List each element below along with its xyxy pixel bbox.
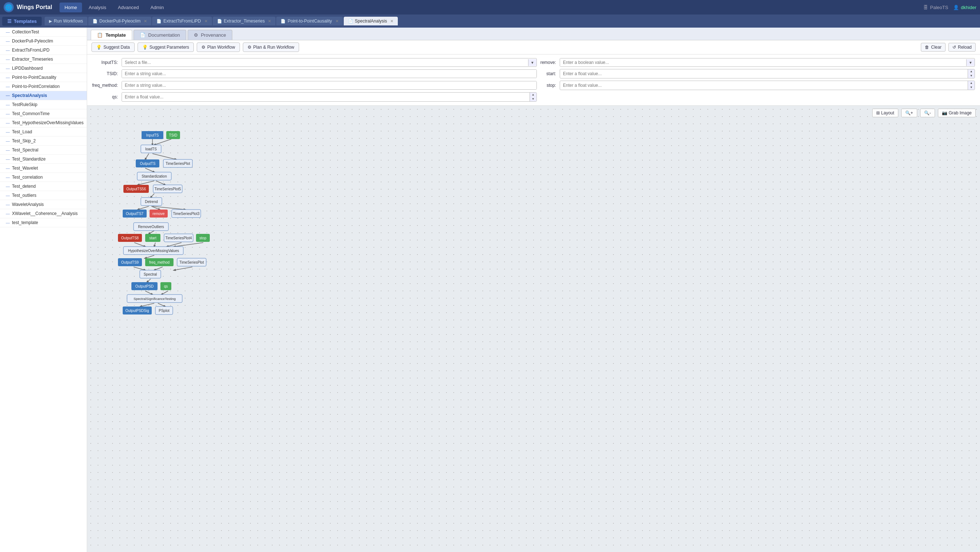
tab-dockerpull[interactable]: 📄 DockerPull-Pyleoclim ✕: [88, 17, 151, 26]
input-inputts[interactable]: ▼: [122, 58, 537, 67]
sidebar-item-testhypothesizeovermissing[interactable]: — Test_HypothesizeOverMissingValues: [0, 118, 87, 128]
sidebar-item-collectiontest[interactable]: — CollectionTest: [0, 27, 87, 37]
sidebar-item-xwavelet[interactable]: — XWavelet__Coherence__Analysis: [0, 209, 87, 218]
remove-field[interactable]: [560, 59, 966, 67]
start-down[interactable]: ▼: [968, 74, 975, 78]
nav-admin[interactable]: Admin: [146, 3, 169, 12]
node-removeoutliers-label: RemoveOutliers: [138, 225, 164, 229]
start-field[interactable]: [560, 70, 968, 78]
plan-workflow-button[interactable]: ⚙ Plan Workflow: [197, 43, 240, 52]
sidebar-item-testwavelet[interactable]: — Test_Wavelet: [0, 164, 87, 173]
sidebar-label-16: Test_correlation: [12, 175, 43, 180]
layout-button[interactable]: ⊞ Layout: [872, 108, 898, 117]
node-spectral-significance-label: SpectralSignificanceTesting: [134, 297, 176, 301]
plan-run-button[interactable]: ⚙ Plan & Run Workflow: [243, 43, 299, 52]
canvas-toolbar: ⊞ Layout 🔍+ 🔍- 📷 Grab Image: [872, 108, 976, 117]
start-spinner[interactable]: ▲ ▼: [968, 69, 975, 78]
stop-spinner[interactable]: ▲ ▼: [968, 81, 975, 90]
close-extractor[interactable]: ✕: [268, 19, 271, 24]
sidebar-item-lipddashboard[interactable]: — LiPDDashboard: [0, 64, 87, 73]
workflow-canvas[interactable]: ⊞ Layout 🔍+ 🔍- 📷 Grab Image: [87, 106, 980, 552]
tab-documentation[interactable]: 📄 Documentation: [134, 30, 186, 40]
tab-spectral[interactable]: 📄 SpectralAnalysis ✕: [344, 17, 398, 26]
sidebar-item-teststandardize[interactable]: — Test_Standardize: [0, 155, 87, 164]
remove-dropdown[interactable]: ▼: [966, 59, 975, 66]
sidebar-item-waveletanalysis[interactable]: — WaveletAnalysis: [0, 200, 87, 209]
sidebar-item-testtemplate[interactable]: — test_template: [0, 218, 87, 227]
sidebar-item-testcommontime[interactable]: — Test_CommonTime: [0, 109, 87, 118]
layout-icon: ⊞: [876, 110, 880, 115]
suggest-data-button[interactable]: 💡 Suggest Data: [91, 43, 135, 52]
sidebar-item-pointcausality[interactable]: — Point-to-PointCausality: [0, 73, 87, 82]
second-nav: ☰ Templates ▶ Run Workflows 📄 DockerPull…: [0, 14, 980, 27]
tab-template[interactable]: 📋 Template: [91, 30, 132, 40]
close-point-causality[interactable]: ✕: [336, 19, 339, 24]
sidebar: — CollectionTest — DockerPull-Pyleoclim …: [0, 27, 87, 552]
input-tsid[interactable]: [122, 69, 537, 78]
prov-tab-label: Provenance: [201, 32, 226, 38]
sidebar-item-testload[interactable]: — Test_Load: [0, 128, 87, 137]
suggest-params-icon: 💡: [142, 45, 148, 50]
sidebar-item-extractts[interactable]: — ExtractTsFromLiPD: [0, 46, 87, 55]
stop-down[interactable]: ▼: [968, 85, 975, 90]
sidebar-item-testruleskip[interactable]: — TestRuleSkip: [0, 100, 87, 109]
zoom-in-icon: 🔍+: [905, 110, 913, 115]
sidebar-item-testdetend[interactable]: — Test_detend: [0, 182, 87, 191]
close-extractts[interactable]: ✕: [204, 19, 208, 24]
inputts-field[interactable]: [122, 59, 528, 67]
qs-spinner[interactable]: ▲ ▼: [530, 93, 536, 101]
sidebar-item-spectral[interactable]: — SpectralAnalysis: [0, 91, 87, 100]
sidebar-item-testcorrelation[interactable]: — Test_correlation: [0, 173, 87, 182]
stop-field[interactable]: [560, 81, 968, 89]
suggest-parameters-button[interactable]: 💡 Suggest Parameters: [138, 43, 194, 52]
sidebar-item-dockerpull[interactable]: — DockerPull-Pyleoclim: [0, 37, 87, 46]
zoom-out-button[interactable]: 🔍-: [920, 108, 935, 117]
input-freq-method[interactable]: [122, 81, 537, 90]
input-start[interactable]: ▲ ▼: [560, 69, 975, 78]
node-inputts-label: InputTS: [146, 133, 159, 137]
tab-point-causality[interactable]: 📄 Point-to-PointCausality ✕: [276, 17, 343, 26]
input-remove[interactable]: ▼: [560, 58, 975, 67]
reload-button[interactable]: ↺ Reload: [948, 43, 976, 51]
close-dockerpull[interactable]: ✕: [144, 19, 147, 24]
input-stop[interactable]: ▲ ▼: [560, 81, 975, 90]
sidebar-item-testspectral[interactable]: — Test_Spectral: [0, 146, 87, 155]
doc-icon-2: 📄: [156, 19, 162, 24]
svg-line-7: [156, 181, 165, 185]
svg-line-24: [140, 303, 154, 306]
nav-analysis[interactable]: Analysis: [83, 3, 111, 12]
tab-extractts[interactable]: 📄 ExtractTsFromLiPD ✕: [152, 17, 212, 26]
tsid-field[interactable]: [122, 70, 536, 78]
node-spectral-label: Spectral: [144, 272, 157, 276]
inputts-dropdown[interactable]: ▼: [528, 59, 536, 66]
stop-up[interactable]: ▲: [968, 81, 975, 85]
svg-line-22: [145, 291, 153, 295]
svg-line-13: [134, 242, 145, 247]
sidebar-label-5: Point-to-PointCausality: [12, 75, 56, 80]
tab-extractor[interactable]: 📄 Extractor_Timeseries ✕: [213, 17, 276, 26]
qs-field[interactable]: [122, 93, 530, 101]
sidebar-item-extractor[interactable]: — Extractor_Timeseries: [0, 55, 87, 64]
item-icon-20: —: [6, 211, 10, 216]
input-qs[interactable]: ▲ ▼: [122, 92, 537, 102]
qs-up[interactable]: ▲: [530, 93, 536, 97]
nav-home[interactable]: Home: [59, 3, 83, 12]
clear-label: Clear: [931, 45, 942, 50]
freq-method-field[interactable]: [122, 81, 536, 89]
close-spectral[interactable]: ✕: [390, 19, 393, 24]
grab-image-button[interactable]: 📷 Grab Image: [938, 108, 976, 117]
sidebar-item-pointcorrelation[interactable]: — Point-to-PointCorrelation: [0, 82, 87, 91]
zoom-in-button[interactable]: 🔍+: [901, 108, 917, 117]
qs-down[interactable]: ▼: [530, 97, 536, 101]
tab-provenance[interactable]: ⚙ Provenance: [188, 30, 232, 40]
node-outputts1-label: OutputTS: [140, 162, 156, 166]
start-up[interactable]: ▲: [968, 69, 975, 74]
sidebar-label-19: WaveletAnalysis: [12, 202, 44, 207]
tab-run-workflows[interactable]: ▶ Run Workflows: [45, 17, 87, 26]
sidebar-item-testskip2[interactable]: — Test_Skip_2: [0, 137, 87, 146]
svg-line-4: [153, 154, 176, 160]
sidebar-item-testoutliers[interactable]: — Test_outliers: [0, 191, 87, 200]
nav-advanced[interactable]: Advanced: [113, 3, 144, 12]
clear-button[interactable]: 🗑 Clear: [921, 43, 945, 51]
sidebar-label-4: LiPDDashboard: [12, 66, 43, 71]
